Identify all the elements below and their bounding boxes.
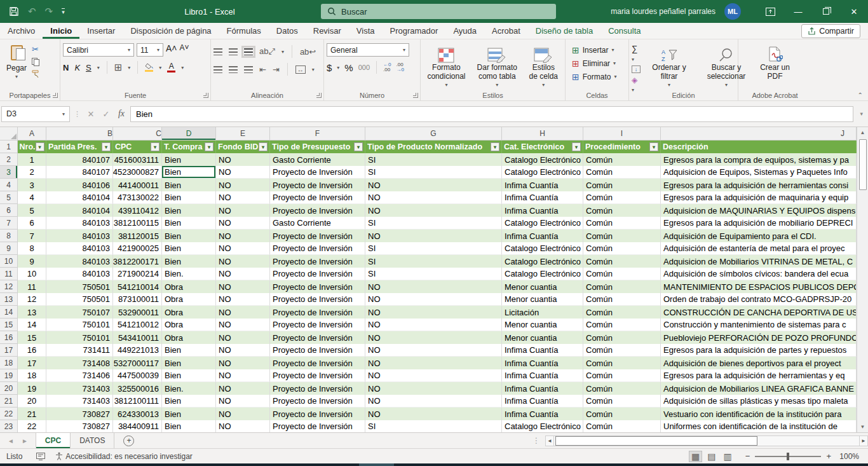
column-header-a[interactable]: A — [18, 127, 46, 140]
cell[interactable]: SI — [365, 217, 502, 230]
cell[interactable]: NO — [365, 382, 502, 395]
cell[interactable]: NO — [216, 280, 270, 293]
cell[interactable]: Proyecto de Inversión — [270, 268, 365, 280]
display-settings-icon[interactable] — [31, 453, 50, 460]
scroll-down-icon[interactable]: ▼ — [857, 421, 868, 432]
row-header[interactable]: 15 — [0, 319, 18, 331]
cell[interactable]: Egresos para la adquisición de herramien… — [661, 179, 857, 191]
cell[interactable]: NO — [365, 357, 502, 369]
row-header[interactable]: 5 — [0, 191, 18, 204]
cell[interactable]: 11 — [18, 280, 46, 293]
zoom-out-icon[interactable]: − — [745, 451, 750, 461]
ribbon-display-options-icon[interactable] — [756, 0, 784, 23]
cell[interactable]: Proyecto de Inversión — [270, 306, 365, 319]
row-header[interactable]: 21 — [0, 395, 18, 408]
row-header[interactable]: 8 — [0, 230, 18, 242]
paste-button[interactable]: Pegar ▾ — [3, 43, 31, 83]
cell[interactable]: Proyecto de Inversión — [270, 319, 365, 331]
filter-icon[interactable]: ▾ — [151, 142, 159, 151]
scroll-up-icon[interactable]: ▲ — [857, 127, 868, 138]
cell[interactable]: SI — [365, 420, 502, 432]
horizontal-scrollbar-track[interactable] — [554, 435, 859, 446]
cell[interactable]: NO — [365, 179, 502, 191]
cell[interactable]: 840103 — [46, 242, 113, 255]
cell[interactable]: Común — [583, 395, 661, 408]
fuente-dialog-launcher[interactable] — [203, 93, 208, 98]
cell[interactable]: Infima Cuantía — [502, 357, 583, 369]
cell[interactable]: SI — [365, 268, 502, 280]
column-header-d[interactable]: D — [162, 127, 216, 140]
numero-dialog-launcher[interactable] — [413, 93, 418, 98]
cell[interactable]: MANTENIMIENTO DE ESPACIOS PUBLICOS DEPOR… — [661, 280, 857, 293]
filter-icon[interactable]: ▾ — [649, 142, 658, 151]
cell[interactable]: 730827 — [46, 420, 113, 432]
sheet-next-icon[interactable]: ► — [22, 437, 28, 444]
row-header[interactable]: 10 — [0, 255, 18, 268]
ribbon-tab-inicio[interactable]: Inicio — [43, 23, 79, 39]
font-name-select[interactable]: Calibri▾ — [63, 43, 134, 57]
cell[interactable]: NO — [216, 204, 270, 217]
cell[interactable]: Bien — [162, 344, 216, 357]
ribbon-tab-dise-o-de-tabla[interactable]: Diseño de tabla — [528, 23, 600, 39]
cell[interactable]: NO — [365, 331, 502, 344]
cell[interactable]: 19 — [18, 382, 46, 395]
cell[interactable]: 5 — [18, 204, 46, 217]
cell[interactable]: 840104 — [46, 191, 113, 204]
cell[interactable]: 731408 — [46, 357, 113, 369]
row-header[interactable]: 4 — [0, 179, 18, 191]
cell[interactable]: NO — [365, 319, 502, 331]
cell[interactable]: Bien — [162, 395, 216, 408]
cell[interactable]: 731403 — [46, 395, 113, 408]
cell[interactable]: Proyecto de Inversión — [270, 331, 365, 344]
percent-format-icon[interactable]: % — [344, 62, 353, 73]
cell[interactable]: Común — [583, 280, 661, 293]
cell[interactable]: 750101 — [46, 331, 113, 344]
cell[interactable]: NO — [216, 166, 270, 179]
cell[interactable]: Común — [583, 344, 661, 357]
row-header[interactable]: 20 — [0, 382, 18, 395]
cell[interactable]: Proyecto de Inversión — [270, 255, 365, 268]
cell[interactable]: 543410011 — [113, 331, 162, 344]
cell[interactable]: NO — [216, 382, 270, 395]
cell[interactable]: Obra — [162, 306, 216, 319]
increase-font-icon[interactable]: A˄ — [166, 43, 177, 57]
cell[interactable]: Bien. — [162, 268, 216, 280]
cell[interactable]: Catalogo Electrónico — [502, 268, 583, 280]
cell[interactable]: Bien. — [162, 382, 216, 395]
cell[interactable]: 10 — [18, 268, 46, 280]
cell[interactable]: SI — [365, 242, 502, 255]
cell[interactable]: NO — [216, 255, 270, 268]
copy-icon[interactable] — [32, 58, 40, 66]
cell[interactable]: Catalogo Electrónico — [502, 420, 583, 432]
cell[interactable]: 381120015 — [113, 230, 162, 242]
cell[interactable]: Bien — [162, 255, 216, 268]
cell[interactable]: NO — [216, 179, 270, 191]
cell[interactable]: Infima Cuantía — [502, 230, 583, 242]
account-name[interactable]: maria lourdes peñafiel parrales — [611, 7, 715, 16]
cell[interactable]: Común — [583, 357, 661, 369]
zoom-level[interactable]: 100% — [836, 452, 859, 461]
cell[interactable]: Infima Cuantía — [502, 408, 583, 420]
cell[interactable]: Bien — [162, 217, 216, 230]
row-header[interactable]: 11 — [0, 268, 18, 280]
cell[interactable]: NO — [216, 331, 270, 344]
cell[interactable]: NO — [216, 306, 270, 319]
alineacion-dialog-launcher[interactable] — [316, 93, 322, 98]
cell[interactable]: Egresos para la adquisición de maquinari… — [661, 191, 857, 204]
cell[interactable]: Obra — [162, 319, 216, 331]
cell[interactable]: Adquisición de sillas plásticas y mesas … — [661, 395, 857, 408]
column-header-h[interactable]: H — [502, 127, 583, 140]
formula-input[interactable]: Bien — [130, 106, 853, 122]
cell[interactable]: Común — [583, 230, 661, 242]
portapapeles-dialog-launcher[interactable] — [53, 93, 58, 98]
cell[interactable]: 5327000117 — [113, 357, 162, 369]
cell[interactable]: 624330013 — [113, 408, 162, 420]
cell[interactable]: Egresos para la adquisición de partes y … — [661, 344, 857, 357]
cell[interactable]: Adquisicion de Mobiliarios VITRINAS DE M… — [661, 255, 857, 268]
cell[interactable]: Común — [583, 408, 661, 420]
scroll-left-icon[interactable]: ◄ — [545, 435, 554, 446]
row-header[interactable]: 18 — [0, 357, 18, 369]
cell[interactable]: Infima Cuantía — [502, 191, 583, 204]
ribbon-tab-acrobat[interactable]: Acrobat — [484, 23, 528, 39]
cell[interactable]: SI — [365, 255, 502, 268]
